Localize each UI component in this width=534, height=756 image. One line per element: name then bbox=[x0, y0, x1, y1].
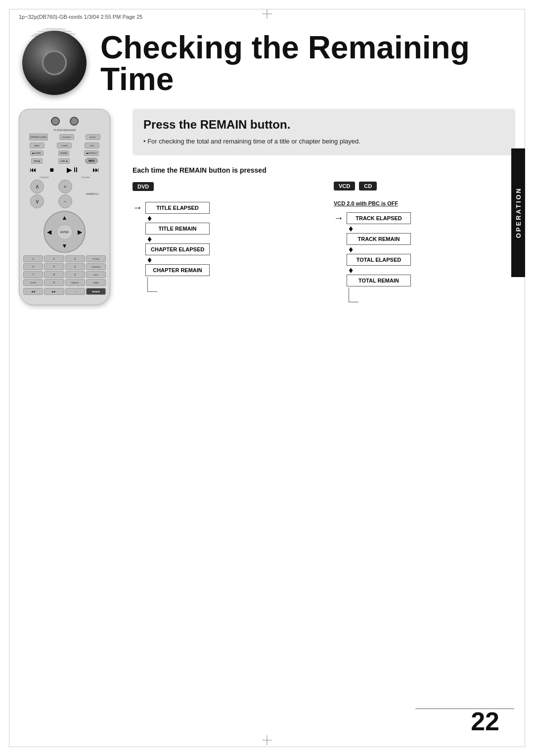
trt-btn[interactable]: TRT/NE bbox=[86, 255, 106, 262]
vcd-loop-connector bbox=[349, 287, 358, 302]
vcd-column: VCD CD VCD 2.0 with PBC is OFF → TRACK E… bbox=[334, 182, 515, 302]
play-pause-btn[interactable]: ▶⏸ bbox=[67, 166, 79, 174]
cntl-btn[interactable]: CNTL bbox=[86, 271, 106, 278]
vcd-box-3: TOTAL ELAPSED bbox=[347, 254, 411, 266]
power-labels: TV DVD RECEIVER bbox=[23, 129, 106, 132]
vcd-flow-item-4: → TOTAL REMAIN bbox=[334, 275, 515, 286]
vcd-down-arrow-1: ♦ bbox=[349, 224, 353, 233]
vcd-badges: VCD CD bbox=[334, 182, 515, 196]
surr-btn[interactable]: SURR/EQ bbox=[86, 263, 106, 270]
cd-badge: CD bbox=[359, 182, 377, 190]
vol-up-btn[interactable]: ∧ bbox=[30, 180, 44, 193]
volume-section: ∧ ∨ + − SUPER 5.1 bbox=[23, 180, 106, 208]
transport-row: ⏮ ■ ▶⏸ ⏭ bbox=[23, 166, 106, 174]
nav-left-btn[interactable]: ◀ bbox=[47, 229, 51, 236]
num5-btn[interactable]: 5 bbox=[44, 263, 64, 270]
effect-btn[interactable]: ■■ EFFECT bbox=[84, 150, 99, 156]
num6-btn[interactable]: 6 bbox=[65, 263, 85, 270]
info-box: Press the REMAIN button. • For checking … bbox=[133, 109, 515, 155]
header-meta: 1p~32p(DB760)-GB-nords 1/3/04 2:55 PM Pa… bbox=[19, 14, 142, 20]
vcd-down-arrow-3: ♦ bbox=[349, 266, 353, 275]
ff-btn[interactable]: ▶▶ bbox=[44, 288, 64, 295]
band-btn[interactable]: BAND bbox=[30, 142, 44, 148]
num1-btn[interactable]: 1 bbox=[23, 255, 43, 262]
dvd-flow-item-4: → CHAPTER REMAIN bbox=[133, 264, 314, 276]
flow-columns: DVD → TITLE ELAPSED ♦ bbox=[133, 182, 515, 302]
prev-track-btn[interactable]: ⏮ bbox=[30, 166, 37, 174]
tuner-btn[interactable]: TUNER bbox=[57, 142, 72, 148]
ch-down-btn[interactable]: − bbox=[58, 194, 72, 208]
info-heading: Press the REMAIN button. bbox=[143, 118, 504, 132]
dvd-box-3: CHAPTER ELAPSED bbox=[145, 243, 210, 255]
bottom-line bbox=[415, 709, 514, 709]
surround-btn[interactable]: ■■ SURR. bbox=[30, 150, 43, 156]
stop-btn[interactable]: ■ bbox=[50, 166, 54, 174]
link1-btn[interactable]: LINK ▶ bbox=[31, 158, 43, 164]
open-close-btn[interactable]: OPEN/CLOSE bbox=[29, 134, 48, 141]
vol-down-btn[interactable]: ∨ bbox=[30, 194, 44, 208]
operation-label: OPERATION bbox=[515, 187, 522, 238]
tv-video-btn[interactable]: TV/VIDEO bbox=[59, 134, 74, 140]
numpad: 1 2 3 TRT/NE 4 5 6 SURR/EQ 7 8 9 CNTL SL… bbox=[23, 255, 106, 286]
dvd-connector-3: ♦ bbox=[147, 255, 314, 264]
dvd-flow-item-1: → TITLE ELAPSED bbox=[133, 202, 314, 214]
down-arrow-3: ♦ bbox=[147, 255, 152, 264]
vcd-flow-item-3: → TOTAL ELAPSED bbox=[334, 254, 515, 266]
nav-up-btn[interactable]: ▲ bbox=[62, 214, 68, 221]
next-track-btn[interactable]: ⏭ bbox=[92, 166, 99, 174]
arrow-right-1: → bbox=[133, 202, 142, 213]
vcd-flow-item-2: → TRACK REMAIN bbox=[334, 233, 515, 245]
vcd-flow-diagram: → TRACK ELAPSED ♦ → bbox=[334, 212, 515, 302]
enter-btn[interactable]: ENTER bbox=[57, 224, 73, 240]
disc-image bbox=[22, 31, 87, 95]
info-btn[interactable]: INFO bbox=[85, 158, 98, 164]
aux-btn[interactable]: AUX bbox=[85, 142, 99, 148]
ch-up-btn[interactable]: + bbox=[58, 180, 72, 193]
sound-btn[interactable]: SOUND bbox=[58, 150, 69, 156]
info-body: • For checking the total and remaining t… bbox=[143, 137, 504, 146]
vcd-connector-3: ♦ bbox=[349, 266, 515, 275]
tuner-row: BAND TUNER AUX bbox=[23, 142, 106, 148]
dvd-column: DVD → TITLE ELAPSED ♦ bbox=[133, 182, 314, 302]
vcd-box-2: TRACK REMAIN bbox=[347, 233, 411, 245]
num3-btn[interactable]: 3 bbox=[65, 255, 85, 262]
nav-down-btn[interactable]: ▼ bbox=[62, 242, 68, 249]
tvquick-label: TV/QUICKVOLUME bbox=[23, 176, 106, 179]
vcd-arrow-right-1: → bbox=[334, 212, 344, 224]
power-btn-2[interactable] bbox=[70, 117, 79, 126]
mode-btn[interactable]: MODE bbox=[86, 134, 100, 140]
page-number: 22 bbox=[471, 707, 499, 736]
num9-btn[interactable]: 9 bbox=[65, 271, 85, 278]
effect-row: ■■ SURR. SOUND ■■ EFFECT bbox=[23, 150, 106, 156]
num4-btn[interactable]: 4 bbox=[23, 263, 43, 270]
header-meta-text: 1p~32p(DB760)-GB-nords 1/3/04 2:55 PM Pa… bbox=[19, 14, 142, 20]
remote-container: TV DVD RECEIVER OPEN/CLOSE TV/VIDEO MODE… bbox=[19, 109, 118, 310]
num8-btn[interactable]: 8 bbox=[44, 271, 64, 278]
power-btn[interactable] bbox=[51, 117, 60, 126]
info-row: LINK ▶ LINK ◀ INFO bbox=[23, 158, 106, 164]
content-area: TV DVD RECEIVER OPEN/CLOSE TV/VIDEO MODE… bbox=[19, 109, 515, 310]
dvd-loop-connector bbox=[147, 277, 157, 292]
dvd-connector-1: ♦ bbox=[147, 214, 314, 223]
dimm-btn[interactable]: DIMM bbox=[86, 279, 106, 286]
dvd-flow-diagram: → TITLE ELAPSED ♦ → bbox=[133, 202, 314, 292]
cancel-btn[interactable]: CANCEL bbox=[65, 279, 85, 286]
prev-btn[interactable]: ◀◀ bbox=[23, 288, 43, 295]
vcd-box-4: TOTAL REMAIN bbox=[347, 275, 411, 286]
down-arrow-1: ♦ bbox=[147, 214, 152, 223]
vcd-box-1: TRACK ELAPSED bbox=[347, 212, 411, 224]
top-crosshair bbox=[262, 9, 272, 21]
sleep-btn[interactable]: SLEEP bbox=[23, 279, 43, 286]
vcd-connector-2: ♦ bbox=[349, 245, 515, 254]
num2-btn[interactable]: 2 bbox=[44, 255, 64, 262]
link2-btn[interactable]: LINK ◀ bbox=[58, 158, 70, 164]
nav-right-btn[interactable]: ▶ bbox=[78, 229, 82, 236]
down-arrow-2: ♦ bbox=[147, 235, 152, 243]
bottom-crosshair bbox=[262, 735, 272, 747]
vcd-down-arrow-2: ♦ bbox=[349, 245, 353, 254]
misc-btn[interactable]: — bbox=[65, 288, 85, 295]
num0-btn[interactable]: 0 bbox=[44, 279, 64, 286]
num7-btn[interactable]: 7 bbox=[23, 271, 43, 278]
bottom-btn-row: ◀◀ ▶▶ — REMAIN bbox=[23, 288, 106, 295]
remain-btn[interactable]: REMAIN bbox=[86, 288, 106, 295]
